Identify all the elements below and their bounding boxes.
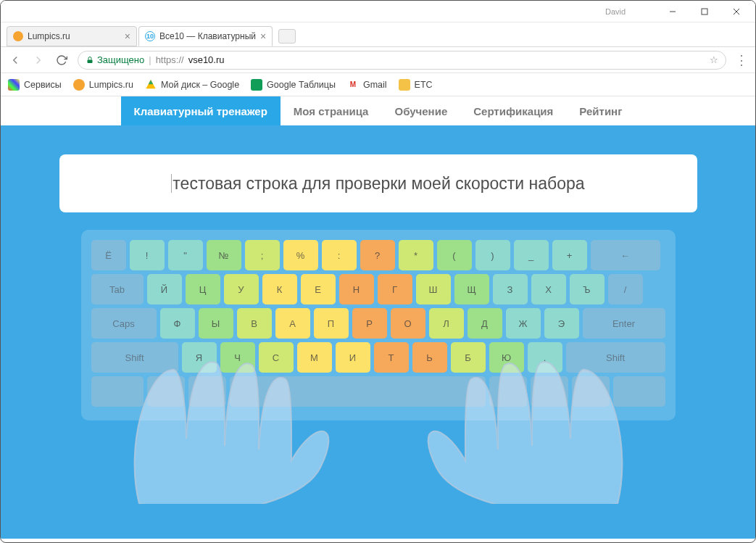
key[interactable]: И [336, 342, 370, 373]
bookmark-favicon-icon [145, 79, 157, 91]
key[interactable]: Т [374, 342, 409, 373]
key-ctrl[interactable] [91, 376, 144, 407]
separator: | [149, 54, 151, 65]
key[interactable]: К [262, 274, 297, 304]
reload-button[interactable] [54, 53, 69, 67]
key[interactable]: ; [245, 240, 280, 270]
nav-label: Моя страница [294, 105, 369, 117]
key-menu[interactable] [572, 376, 610, 407]
new-tab-button[interactable] [278, 29, 296, 43]
key-shift[interactable]: Shift [91, 342, 178, 373]
key[interactable]: Щ [454, 274, 489, 304]
key[interactable]: № [207, 240, 241, 270]
key[interactable]: П [314, 308, 349, 339]
key[interactable]: Н [339, 274, 374, 304]
key[interactable]: А [275, 308, 310, 339]
bookmark-item[interactable]: M Gmail [347, 79, 387, 91]
window-close-button[interactable] [720, 1, 752, 22]
nav-item-mypage[interactable]: Моя страница [281, 96, 382, 125]
key[interactable]: . [528, 342, 562, 373]
key[interactable]: ← [591, 240, 660, 270]
key[interactable]: Ш [416, 274, 451, 304]
forward-button[interactable] [31, 53, 46, 67]
key[interactable]: % [283, 240, 318, 270]
key[interactable]: Ю [489, 342, 524, 373]
key[interactable]: ) [475, 240, 510, 270]
window-titlebar: David [1, 1, 755, 22]
browser-menu-button[interactable]: ⋮ [735, 52, 748, 68]
key[interactable]: З [493, 274, 528, 304]
window-maximize-button[interactable] [689, 1, 720, 22]
key[interactable]: Х [531, 274, 566, 304]
key[interactable]: + [552, 240, 587, 270]
key[interactable]: Э [544, 308, 579, 339]
key-enter[interactable]: Enter [583, 308, 665, 339]
bookmark-item[interactable]: ETC [399, 79, 433, 91]
key[interactable]: Ж [506, 308, 541, 339]
key[interactable]: Я [182, 342, 217, 373]
key[interactable]: Ф [160, 308, 195, 339]
key[interactable]: Б [451, 342, 486, 373]
apps-shortcut[interactable]: Сервисы [8, 79, 62, 91]
secure-label: Защищено [97, 54, 144, 65]
key-win[interactable] [531, 376, 568, 407]
nav-item-rating[interactable]: Рейтинг [566, 96, 635, 125]
key[interactable]: ? [360, 240, 395, 270]
key[interactable]: _ [514, 240, 549, 270]
key[interactable]: / [608, 274, 643, 304]
key-shift[interactable]: Shift [566, 342, 665, 373]
tab-label: Lumpics.ru [28, 31, 70, 41]
key[interactable]: Е [301, 274, 336, 304]
key[interactable]: С [259, 342, 294, 373]
back-button[interactable] [8, 53, 22, 67]
key[interactable]: У [224, 274, 259, 304]
typing-input[interactable]: тестовая строка для проверки моей скорос… [59, 154, 697, 212]
nav-item-certification[interactable]: Сертификация [460, 96, 566, 125]
key[interactable]: Л [429, 308, 464, 339]
bookmark-label: ETC [415, 80, 433, 90]
window-minimize-button[interactable] [657, 1, 689, 22]
key-win[interactable] [147, 376, 185, 407]
nav-label: Обучение [394, 105, 447, 117]
key[interactable]: Ч [220, 342, 255, 373]
key-caps[interactable]: Caps [91, 308, 157, 339]
key[interactable]: ( [437, 240, 472, 270]
url-input[interactable]: Защищено | https://vse10.ru ☆ [78, 51, 726, 70]
key[interactable]: Ё [91, 240, 126, 270]
bookmark-item[interactable]: Google Таблицы [251, 79, 336, 91]
bookmark-item[interactable]: Lumpics.ru [73, 79, 133, 91]
key-alt[interactable] [489, 376, 527, 407]
key[interactable]: Ы [199, 308, 233, 339]
key[interactable]: М [297, 342, 332, 373]
key[interactable]: О [391, 308, 425, 339]
tab-close-icon[interactable]: × [120, 30, 130, 42]
key-space[interactable] [230, 376, 486, 407]
tab-close-icon[interactable]: × [256, 30, 266, 42]
browser-addressbar: Защищено | https://vse10.ru ☆ ⋮ [1, 47, 755, 73]
key-tab[interactable]: Tab [91, 274, 144, 304]
bookmark-label: Сервисы [24, 80, 62, 90]
bookmark-item[interactable]: Мой диск – Google [145, 79, 239, 91]
key[interactable]: Ь [412, 342, 447, 373]
key[interactable]: " [168, 240, 203, 270]
key-ctrl[interactable] [613, 376, 665, 407]
browser-tab[interactable]: 10 Все10 — Клавиатурный × [138, 26, 273, 46]
key[interactable]: Р [352, 308, 387, 339]
bookmark-star-icon[interactable]: ☆ [710, 54, 718, 65]
key[interactable]: ! [130, 240, 165, 270]
bookmarks-bar: Сервисы Lumpics.ru Мой диск – Google Goo… [1, 73, 755, 96]
page-content: Клавиатурный тренажер Моя страница Обуче… [1, 96, 755, 539]
key[interactable]: : [322, 240, 357, 270]
key[interactable]: Ц [186, 274, 220, 304]
key[interactable]: Ъ [570, 274, 605, 304]
bookmark-label: Lumpics.ru [89, 80, 133, 90]
key[interactable]: Г [378, 274, 412, 304]
key[interactable]: * [399, 240, 433, 270]
key[interactable]: В [237, 308, 272, 339]
key[interactable]: Й [147, 274, 182, 304]
key-alt[interactable] [188, 376, 226, 407]
nav-item-trainer[interactable]: Клавиатурный тренажер [121, 96, 281, 125]
key[interactable]: Д [468, 308, 502, 339]
browser-tab[interactable]: Lumpics.ru × [7, 26, 137, 46]
nav-item-learning[interactable]: Обучение [381, 96, 460, 125]
